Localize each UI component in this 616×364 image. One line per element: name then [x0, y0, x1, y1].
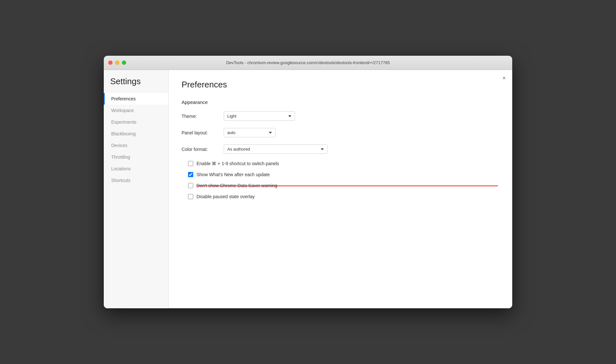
whats-new-label: Show What's New after each update — [196, 172, 270, 177]
traffic-lights — [108, 61, 126, 65]
sidebar-item-shortcuts[interactable]: Shortcuts — [104, 175, 168, 186]
theme-select[interactable]: Light Dark System preference — [224, 111, 295, 121]
mac-window: DevTools - chromium-review.googlesource.… — [104, 56, 512, 308]
settings-heading: Settings — [104, 76, 168, 93]
cmd-shortcut-label: Enable ⌘ + 1-9 shortcut to switch panels — [196, 161, 279, 166]
whats-new-row: Show What's New after each update — [188, 172, 499, 177]
main-content: × Preferences Appearance Theme: Light Da… — [169, 70, 512, 308]
sidebar-item-locations[interactable]: Locations — [104, 163, 168, 175]
sidebar: Settings Preferences Workspace Experimen… — [104, 70, 169, 308]
title-bar: DevTools - chromium-review.googlesource.… — [104, 56, 512, 70]
panel-layout-row: Panel layout: auto horizontal vertical — [182, 128, 499, 137]
data-saver-row: Don't show Chrome Data Saver warning — [188, 183, 499, 188]
close-traffic-light[interactable] — [108, 61, 113, 65]
window-title: DevTools - chromium-review.googlesource.… — [226, 60, 390, 65]
theme-row: Theme: Light Dark System preference — [182, 111, 499, 121]
page-title: Preferences — [182, 80, 499, 90]
close-button[interactable]: × — [502, 75, 506, 81]
sidebar-nav: Preferences Workspace Experiments Blackb… — [104, 93, 168, 186]
sidebar-item-workspace[interactable]: Workspace — [104, 105, 168, 116]
data-saver-label: Don't show Chrome Data Saver warning — [196, 183, 277, 188]
color-format-label: Color format: — [182, 147, 224, 152]
cmd-shortcut-checkbox[interactable] — [188, 161, 193, 166]
sidebar-item-label: Throttling — [111, 154, 130, 160]
whats-new-checkbox[interactable] — [188, 172, 193, 177]
paused-overlay-checkbox[interactable] — [188, 194, 193, 199]
color-format-row: Color format: As authored HEX RGB HSL — [182, 144, 499, 154]
sidebar-item-label: Devices — [111, 143, 127, 148]
paused-overlay-label: Disable paused state overlay — [196, 194, 255, 199]
sidebar-item-label: Blackboxing — [111, 131, 136, 136]
panel-layout-select[interactable]: auto horizontal vertical — [224, 128, 276, 137]
minimize-traffic-light[interactable] — [115, 61, 119, 65]
sidebar-item-label: Experiments — [111, 119, 136, 125]
paused-overlay-row: Disable paused state overlay — [188, 194, 499, 199]
maximize-traffic-light[interactable] — [122, 61, 126, 65]
window-content: Settings Preferences Workspace Experimen… — [104, 70, 512, 308]
data-saver-checkbox[interactable] — [188, 183, 193, 188]
sidebar-item-throttling[interactable]: Throttling — [104, 151, 168, 163]
theme-label: Theme: — [182, 114, 224, 119]
sidebar-item-label: Workspace — [111, 108, 134, 113]
color-format-select[interactable]: As authored HEX RGB HSL — [224, 144, 327, 154]
sidebar-item-label: Preferences — [111, 96, 136, 101]
sidebar-item-preferences[interactable]: Preferences — [104, 93, 168, 105]
checkboxes-container: Enable ⌘ + 1-9 shortcut to switch panels… — [182, 161, 499, 199]
panel-layout-label: Panel layout: — [182, 130, 224, 135]
sidebar-item-blackboxing[interactable]: Blackboxing — [104, 128, 168, 140]
appearance-section: Appearance Theme: Light Dark System pref… — [182, 99, 499, 199]
sidebar-item-experiments[interactable]: Experiments — [104, 116, 168, 128]
sidebar-item-label: Locations — [111, 166, 131, 171]
sidebar-item-devices[interactable]: Devices — [104, 140, 168, 151]
sidebar-item-label: Shortcuts — [111, 178, 130, 183]
appearance-section-title: Appearance — [182, 99, 499, 105]
cmd-shortcut-row: Enable ⌘ + 1-9 shortcut to switch panels — [188, 161, 499, 166]
